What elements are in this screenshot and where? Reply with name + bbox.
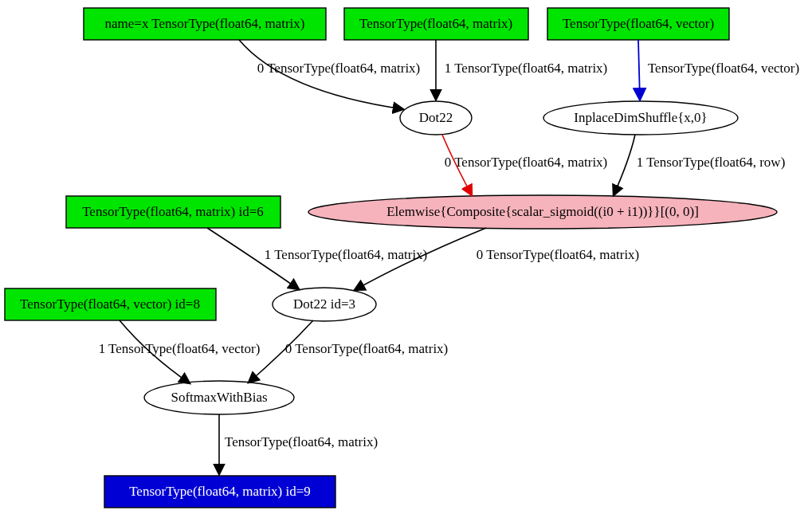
input-b2-label: TensorType(float64, vector) id=8 [20,296,200,312]
edge-dot22b-to-softmax-label: 0 TensorType(float64, matrix) [285,341,449,356]
softmax-label: SoftmaxWithBias [171,390,267,405]
edge-b1-to-dimshuffle-label: TensorType(float64, vector) [648,61,799,76]
edge-b2-to-softmax-label: 1 TensorType(float64, vector) [99,341,261,356]
edge-elemwise-to-dot22b-label: 0 TensorType(float64, matrix) [477,247,640,262]
input-b1-label: TensorType(float64, vector) [563,16,714,31]
input-w1-label: TensorType(float64, matrix) [359,16,512,31]
edge-b1-to-dimshuffle [638,40,640,100]
theano-graph: name=x TensorType(float64, matrix) Tenso… [0,0,812,514]
dimshuffle-label: InplaceDimShuffle{x,0} [574,110,708,125]
edge-x-to-dot22-label: 0 TensorType(float64, matrix) [257,61,421,76]
elemwise-label: Elemwise{Composite{scalar_sigmoid((i0 + … [386,204,699,219]
edge-w2-to-dot22b-label: 1 TensorType(float64, matrix) [265,247,428,262]
dot22-id3-label: Dot22 id=3 [293,296,355,312]
edge-dimshuffle-to-elemwise [614,135,635,195]
edge-dimshuffle-to-elemwise-label: 1 TensorType(float64, row) [637,155,786,170]
dot22-label: Dot22 [419,110,453,125]
input-x-label: name=x TensorType(float64, matrix) [105,16,305,31]
output-label: TensorType(float64, matrix) id=9 [129,484,311,499]
input-w2-label: TensorType(float64, matrix) id=6 [82,204,264,219]
edge-w1-to-dot22-label: 1 TensorType(float64, matrix) [445,61,608,76]
edge-softmax-to-output-label: TensorType(float64, matrix) [225,434,378,449]
edge-dot22-to-elemwise-label: 0 TensorType(float64, matrix) [445,155,608,170]
